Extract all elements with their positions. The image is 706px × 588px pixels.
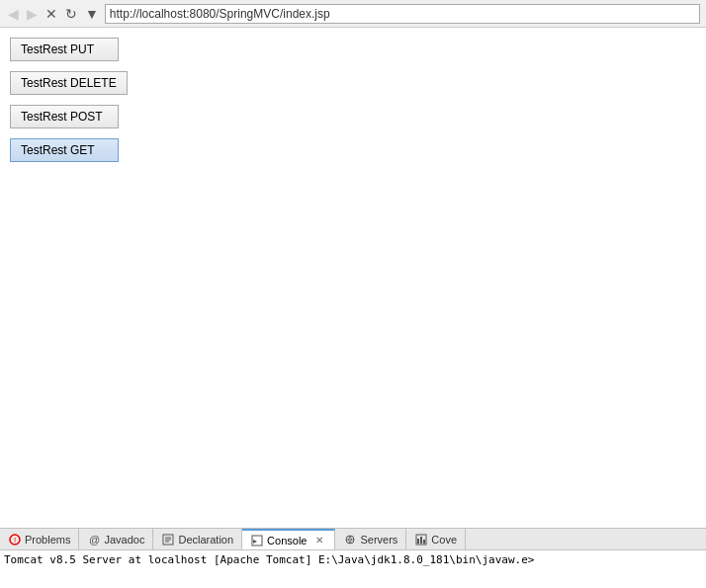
- bottom-panel: ! Problems @ Javadoc Declaration ▸ Conso…: [0, 528, 706, 529]
- testrest-post-button[interactable]: TestRest POST: [10, 105, 119, 128]
- menu-button[interactable]: ▼: [83, 6, 101, 22]
- testrest-get-button[interactable]: TestRest GET: [10, 138, 119, 162]
- forward-button[interactable]: ▶: [25, 6, 40, 22]
- testrest-delete-button[interactable]: TestRest DELETE: [10, 71, 128, 95]
- refresh-button[interactable]: ↻: [63, 6, 79, 22]
- testrest-put-button[interactable]: TestRest PUT: [10, 38, 119, 61]
- browser-toolbar: ◀ ▶ ✕ ↻ ▼: [0, 0, 706, 28]
- address-bar[interactable]: [105, 4, 700, 24]
- stop-button[interactable]: ✕: [44, 6, 59, 22]
- browser-content: TestRest PUT TestRest DELETE TestRest PO…: [0, 28, 706, 529]
- back-button[interactable]: ◀: [6, 6, 21, 22]
